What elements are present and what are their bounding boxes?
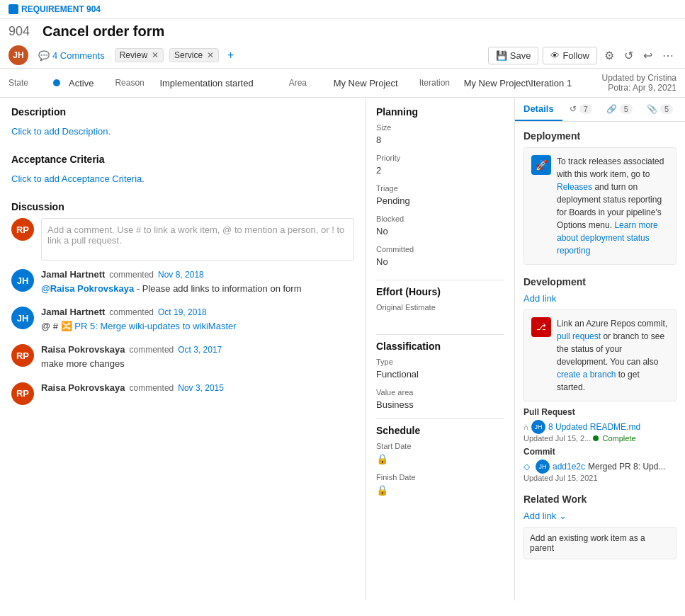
related-work-title: Related Work (523, 494, 676, 505)
comment-header: Jamal Hartnett commented Oct 19, 2018 (41, 307, 354, 317)
pr-row: ⑃ JH 8 Updated README.md (523, 420, 676, 434)
commenter-initials: RP (16, 350, 29, 361)
classification-section: Classification Type Functional Value are… (376, 341, 504, 411)
state-value[interactable]: Active (69, 78, 94, 89)
pr-link[interactable]: 🔀 PR 5: Merge wiki-updates to wikiMaster (61, 321, 237, 331)
schedule-section: Schedule Start Date 🔒 Finish Date 🔒 (376, 425, 504, 497)
comment-date[interactable]: Nov 8, 2018 (158, 270, 204, 280)
planning-section: Planning Size 8 Priority 2 Triage Pendin… (376, 106, 504, 268)
refresh-button[interactable]: ↺ (621, 46, 636, 65)
undo-button[interactable]: ↩ (640, 46, 655, 65)
releases-link[interactable]: Releases (557, 182, 592, 192)
iteration-field: Iteration My New Project\Iteration 1 (419, 78, 572, 89)
attachment-count: 5 (660, 104, 673, 114)
tab-history[interactable]: ↺ 7 (562, 98, 599, 121)
acceptance-placeholder[interactable]: Click to add Acceptance Criteria. (11, 171, 354, 187)
start-date-value[interactable]: 🔒 (376, 452, 504, 466)
tag-service[interactable]: Service ✕ (169, 48, 219, 62)
tag-review-close[interactable]: ✕ (152, 50, 159, 60)
comment-author: Jamal Hartnett (41, 307, 105, 317)
state-dot (53, 79, 60, 86)
comment-date[interactable]: Nov 3, 2015 (178, 383, 224, 393)
tab-links[interactable]: 🔗 5 (599, 98, 640, 121)
committed-field: Committed No (376, 245, 504, 268)
deployment-icon: 🚀 (531, 155, 551, 175)
right-panel-content: Deployment 🚀 To track releases associate… (515, 122, 685, 579)
current-user-initials: RP (16, 224, 29, 235)
area-value[interactable]: My New Project (334, 78, 398, 89)
original-estimate-field: Original Estimate (376, 303, 504, 327)
tab-details[interactable]: Details (515, 98, 562, 121)
work-item-id: 904 (9, 24, 34, 39)
size-value[interactable]: 8 (376, 133, 504, 147)
related-add-link-button[interactable]: Add link ⌄ (523, 511, 676, 521)
description-placeholder[interactable]: Click to add Description. (11, 123, 354, 139)
comment-date[interactable]: Oct 19, 2018 (158, 307, 207, 317)
pr-item-link[interactable]: 8 Updated README.md (548, 422, 640, 432)
original-estimate-value[interactable] (376, 313, 504, 327)
main-content: Description Click to add Description. Ac… (0, 98, 685, 600)
blocked-field: Blocked No (376, 215, 504, 238)
deployment-text-part1: To track releases associated with this w… (557, 156, 664, 179)
commit-updated: Updated Jul 15, 2021 (523, 474, 598, 482)
comment-header: Raisa Pokrovskaya commented Oct 3, 2017 (41, 344, 354, 355)
area-label: Area (289, 78, 328, 88)
schedule-title: Schedule (376, 425, 504, 436)
tab-attachments[interactable]: 📎 5 (640, 98, 680, 121)
acceptance-title: Acceptance Criteria (11, 154, 354, 165)
commit-sha[interactable]: add1e2c (553, 462, 585, 472)
right-panel-tabs: Details ↺ 7 🔗 5 📎 5 (515, 98, 685, 122)
deployment-section: Deployment 🚀 To track releases associate… (523, 130, 676, 265)
pr-updated: Updated Jul 15, 2... (523, 434, 593, 443)
follow-button[interactable]: 👁 Follow (543, 47, 597, 64)
comment-author: Raisa Pokrovskaya (41, 382, 125, 393)
comment-input[interactable]: Add a comment. Use # to link a work item… (41, 218, 354, 261)
tag-service-close[interactable]: ✕ (207, 50, 214, 60)
development-section: Development Add link ⎇ Link an Azure Rep… (523, 276, 676, 482)
discussion-title: Discussion (11, 201, 354, 212)
commenter-avatar: RP (11, 382, 34, 405)
comments-label: 4 Comments (52, 50, 105, 61)
commit-icon: ◇ (523, 462, 530, 472)
related-work-text: Add an existing work item as a parent (530, 533, 645, 553)
links-icon: 🔗 (606, 104, 617, 114)
value-area-value[interactable]: Business (376, 398, 504, 411)
comments-button[interactable]: 💬 4 Comments (34, 49, 109, 62)
original-estimate-label: Original Estimate (376, 303, 504, 312)
deployment-text: To track releases associated with this w… (557, 155, 669, 257)
add-link-label: Add link (523, 293, 556, 304)
pull-request-link[interactable]: pull request (557, 331, 601, 341)
commenter-initials: RP (16, 388, 29, 399)
add-tag-button[interactable]: + (225, 49, 237, 62)
iteration-value[interactable]: My New Project\Iteration 1 (464, 78, 572, 89)
links-count: 5 (620, 104, 633, 114)
avatar: JH (9, 45, 28, 65)
triage-value[interactable]: Pending (376, 194, 504, 207)
finish-date-value[interactable]: 🔒 (376, 483, 504, 497)
comment-date[interactable]: Oct 3, 2017 (178, 345, 222, 355)
effort-title: Effort (Hours) (376, 286, 504, 297)
commit-title: Commit (523, 447, 676, 457)
git-icon: ⎇ (536, 321, 546, 333)
commenter-initials: JH (17, 275, 29, 286)
dev-info-box: ⎇ Link an Azure Repos commit, pull reque… (523, 309, 676, 401)
commit-meta: Updated Jul 15, 2021 (523, 474, 676, 482)
size-label: Size (376, 123, 504, 132)
work-item-title[interactable]: Cancel order form (43, 23, 676, 40)
more-options-button[interactable]: ⋯ (659, 46, 676, 65)
blocked-value[interactable]: No (376, 224, 504, 238)
create-branch-link[interactable]: create a branch (557, 370, 616, 380)
add-link-button[interactable]: Add link (523, 293, 556, 304)
pr-user-avatar: JH (531, 420, 545, 434)
priority-value[interactable]: 2 (376, 164, 504, 177)
reason-value[interactable]: Implementation started (159, 78, 253, 89)
tag-review[interactable]: Review ✕ (115, 48, 164, 62)
comment-action: commented (130, 383, 174, 393)
mention[interactable]: @Raisa Pokrovskaya (41, 283, 134, 294)
committed-value[interactable]: No (376, 255, 504, 268)
comment-author: Raisa Pokrovskaya (41, 344, 125, 355)
settings-button[interactable]: ⚙ (601, 46, 617, 65)
save-button[interactable]: 💾 Save (488, 47, 539, 64)
dev-content: ⎇ Link an Azure Repos commit, pull reque… (531, 317, 669, 394)
type-value[interactable]: Functional (376, 367, 504, 381)
